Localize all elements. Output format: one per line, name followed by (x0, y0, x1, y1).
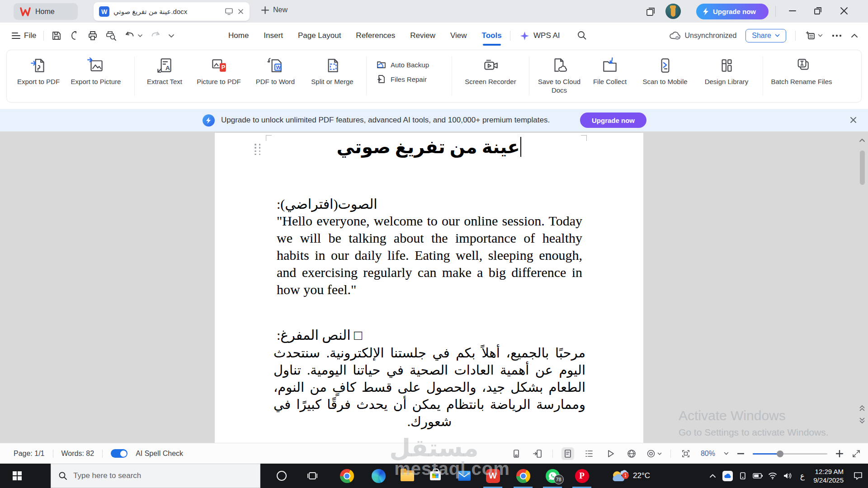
battery-icon[interactable] (750, 464, 765, 488)
menu-view[interactable]: View (450, 31, 467, 40)
clock[interactable]: 12:29 AM 9/24/2025 (810, 467, 848, 484)
search-icon[interactable] (577, 30, 587, 40)
scroll-up-icon[interactable] (859, 138, 865, 142)
cortana-button[interactable] (269, 464, 294, 488)
banner-upgrade-button[interactable]: Upgrade now (580, 113, 646, 128)
document-tab[interactable]: W عينة من تفريغ صوتي.docx (94, 2, 250, 21)
document-page[interactable]: عينة من تفريغ صوتي الصوت(افتراضي): "Hell… (215, 133, 643, 443)
auto-backup-button[interactable]: Auto Backup (377, 60, 447, 69)
taskbar-whatsapp[interactable]: 78 (540, 464, 565, 488)
voice-label-text[interactable]: الصوت(افتراضي): (277, 196, 377, 212)
next-page-icon[interactable] (859, 417, 865, 424)
outline-view-icon[interactable] (583, 447, 595, 460)
zoom-out-icon[interactable] (737, 453, 744, 455)
collapse-ribbon-icon[interactable] (851, 33, 858, 38)
menu-home[interactable]: Home (228, 31, 249, 40)
task-view-button[interactable] (300, 464, 325, 488)
start-button[interactable] (6, 464, 28, 488)
scrollbar-thumb[interactable] (860, 150, 865, 185)
split-or-merge-button[interactable]: Split or Merge (303, 50, 362, 102)
window-stack-icon[interactable] (645, 6, 656, 17)
web-layout-icon[interactable] (625, 447, 638, 460)
mobile-page-icon[interactable] (510, 447, 523, 460)
extract-text-button[interactable]: A Extract Text (139, 50, 190, 102)
doc-assistant-button[interactable] (805, 31, 823, 41)
files-repair-button[interactable]: Files Repair (377, 75, 447, 84)
fit-page-icon[interactable] (679, 447, 692, 460)
weather-widget[interactable]: 1 22°C (611, 464, 650, 488)
volume-icon[interactable] (780, 464, 795, 488)
monitor-icon[interactable] (225, 8, 233, 15)
action-center-button[interactable] (848, 464, 868, 488)
taskbar-mail[interactable] (452, 464, 476, 488)
transcript-label-text[interactable]: □ النص المفرغ: (277, 327, 362, 343)
share-button[interactable]: Share (745, 29, 786, 42)
close-button[interactable] (839, 6, 849, 16)
onedrive-icon[interactable] (720, 464, 735, 488)
export-hook-icon[interactable] (69, 30, 80, 41)
sync-status[interactable]: Unsynchronized (669, 31, 737, 40)
user-avatar[interactable] (665, 4, 681, 19)
document-canvas[interactable]: عينة من تفريغ صوتي الصوت(افتراضي): "Hell… (0, 131, 868, 443)
taskbar-pinterest[interactable]: P (570, 464, 594, 488)
menu-review[interactable]: Review (410, 31, 435, 40)
device-cast-icon[interactable] (735, 464, 750, 488)
new-tab-button[interactable]: New (261, 6, 288, 14)
minimize-button[interactable] (788, 6, 797, 16)
more-options-icon[interactable] (832, 34, 842, 37)
redo-icon[interactable] (150, 30, 161, 41)
file-collect-button[interactable]: File Collect (585, 50, 635, 102)
taskbar-file-explorer[interactable] (395, 464, 420, 488)
english-paragraph[interactable]: "Hello everyone, welcome to our online s… (277, 212, 582, 298)
fullscreen-icon[interactable] (852, 449, 861, 458)
pdf-to-word-button[interactable]: W PDF to Word (248, 50, 303, 102)
close-tab-icon[interactable] (237, 8, 244, 15)
quickbar-dropdown-icon[interactable] (168, 34, 175, 38)
arabic-paragraph[interactable]: مرحبًا بالجميع، أهلاً بكم في جلستنا الإل… (274, 344, 585, 430)
zoom-in-icon[interactable] (836, 450, 843, 457)
menu-tools[interactable]: Tools (482, 31, 502, 40)
send-to-phone-icon[interactable] (531, 447, 544, 460)
read-mode-icon[interactable] (604, 447, 617, 460)
export-to-picture-button[interactable]: Export to Picture (62, 50, 130, 102)
picture-to-pdf-button[interactable]: P Picture to PDF (190, 50, 248, 102)
spellcheck-toggle[interactable] (111, 449, 127, 458)
titlebar-upgrade-button[interactable]: Upgrade now (696, 4, 769, 19)
menu-page-layout[interactable]: Page Layout (298, 31, 341, 40)
zoom-slider[interactable] (753, 450, 827, 457)
taskbar-edge[interactable] (366, 464, 391, 488)
vertical-scrollbar[interactable] (859, 134, 866, 440)
taskbar-store[interactable] (423, 464, 448, 488)
banner-close-icon[interactable] (849, 116, 858, 124)
taskbar-search[interactable] (51, 464, 260, 488)
menu-insert[interactable]: Insert (264, 31, 283, 40)
scan-to-mobile-button[interactable]: Scan to Mobile (635, 50, 695, 102)
zoom-dropdown-icon[interactable] (724, 452, 729, 455)
focus-mode-button[interactable] (646, 449, 662, 458)
previous-page-icon[interactable] (859, 404, 865, 412)
print-icon[interactable] (87, 30, 98, 41)
document-heading[interactable]: عينة من تفريغ صوتي (215, 136, 643, 158)
print-preview-icon[interactable] (105, 30, 117, 41)
wps-ai-button[interactable]: WPS AI (520, 23, 560, 49)
taskbar-chrome-pinned[interactable] (335, 464, 359, 488)
save-to-cloud-docs-button[interactable]: Save to Cloud Docs (534, 50, 585, 102)
save-icon[interactable] (51, 30, 62, 41)
print-layout-view-icon[interactable] (561, 447, 574, 460)
design-library-button[interactable]: Design Library (695, 50, 758, 102)
zoom-value[interactable]: 80% (701, 450, 715, 458)
undo-icon[interactable] (124, 30, 135, 41)
file-menu[interactable]: File (12, 31, 36, 40)
zoom-slider-thumb[interactable] (777, 450, 783, 457)
language-indicator[interactable]: ع (795, 464, 810, 488)
taskbar-chrome-running[interactable] (511, 464, 535, 488)
home-tab[interactable]: Home (14, 3, 78, 20)
menu-references[interactable]: References (356, 31, 395, 40)
tray-expand-icon[interactable] (705, 464, 720, 488)
search-input[interactable] (73, 471, 245, 480)
taskbar-wps[interactable]: W (481, 464, 505, 488)
screen-recorder-button[interactable]: Screen Recorder (457, 50, 524, 102)
restore-button[interactable] (813, 6, 823, 16)
undo-dropdown-icon[interactable] (137, 34, 143, 38)
export-to-pdf-button[interactable]: Export to PDF (15, 50, 62, 102)
